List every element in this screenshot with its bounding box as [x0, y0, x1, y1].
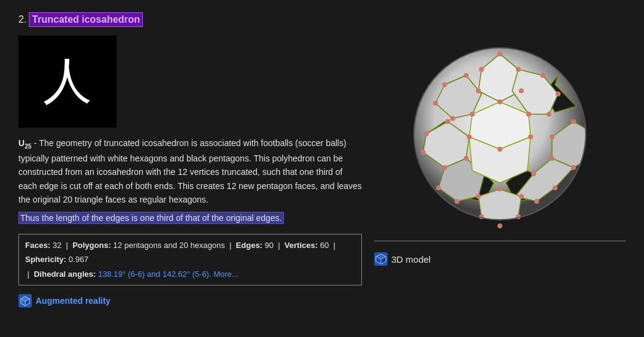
svg-point-53: [436, 185, 441, 190]
svg-point-26: [479, 67, 484, 72]
ar-label: Augmented reality: [36, 296, 110, 306]
svg-point-59: [553, 185, 558, 190]
vertices-label: Vertices:: [285, 241, 318, 250]
svg-point-45: [571, 119, 576, 124]
polyhedron-image: [399, 36, 601, 238]
svg-point-46: [421, 150, 426, 155]
kanji-icon: 人: [43, 48, 92, 115]
svg-point-25: [497, 52, 502, 56]
right-panel: 3D model: [374, 36, 626, 308]
page-title: Truncated icosahedron: [29, 12, 143, 27]
svg-point-47: [442, 165, 447, 170]
svg-point-32: [476, 88, 481, 93]
main-content: 人 U25 - The geometry of truncated icosah…: [18, 36, 626, 308]
polygons-label: Polygons:: [72, 241, 111, 250]
svg-point-36: [470, 112, 475, 117]
model-3d-label: 3D model: [391, 254, 431, 265]
item-number: 2.: [18, 14, 26, 25]
svg-point-43: [528, 134, 533, 139]
sphericity-label: Sphericity:: [25, 255, 66, 264]
svg-point-27: [516, 67, 521, 72]
svg-point-40: [445, 119, 450, 124]
svg-point-56: [497, 187, 502, 192]
u-label: U25: [18, 138, 34, 148]
dihedral-value: 138.19° (6-6) and 142.62° (5-6).: [98, 269, 212, 279]
svg-point-51: [550, 156, 554, 161]
header-row: 2. Truncated icosahedron: [18, 12, 626, 27]
dihedral-label: Dihedral angles:: [34, 269, 96, 279]
edges-label: Edges:: [236, 241, 263, 250]
polygons-value: 12 pentagons and 20 hexagons: [113, 241, 225, 250]
svg-point-57: [519, 194, 524, 199]
svg-point-34: [433, 101, 438, 106]
ar-icon: [18, 294, 32, 308]
vertices-value: 60: [320, 241, 329, 250]
svg-point-39: [424, 131, 429, 136]
edges-value: 90: [265, 241, 274, 250]
description-text: U25 - The geometry of truncated icosahed…: [18, 136, 362, 225]
svg-point-38: [546, 112, 551, 117]
symbol-image: 人: [18, 36, 117, 128]
more-link[interactable]: More...: [213, 269, 238, 279]
sphericity-value: 0.967: [69, 255, 89, 264]
svg-point-30: [540, 73, 545, 78]
svg-point-44: [550, 134, 554, 139]
svg-point-31: [556, 91, 561, 96]
svg-point-48: [464, 156, 469, 161]
svg-point-33: [519, 88, 524, 93]
faces-label: Faces:: [25, 241, 50, 250]
svg-point-29: [464, 73, 469, 78]
svg-point-35: [450, 116, 455, 121]
svg-point-55: [476, 194, 481, 199]
svg-point-52: [571, 165, 576, 170]
stats-box: Faces: 32 | Polygons: 12 pentagons and 2…: [18, 234, 362, 285]
svg-point-50: [531, 171, 536, 176]
model-3d-row[interactable]: 3D model: [374, 252, 626, 266]
svg-point-49: [497, 147, 502, 152]
svg-point-62: [497, 223, 502, 228]
faces-value: 32: [53, 241, 61, 250]
svg-point-28: [442, 82, 447, 87]
ar-row[interactable]: Augmented reality: [18, 294, 362, 308]
model-3d-icon: [374, 252, 388, 266]
svg-point-37: [526, 112, 531, 117]
svg-point-54: [454, 199, 459, 204]
svg-point-42: [497, 99, 502, 104]
left-panel: 人 U25 - The geometry of truncated icosah…: [18, 36, 362, 308]
svg-point-58: [534, 199, 539, 204]
highlight-sentence: Thus the length of the edges is one thir…: [18, 212, 284, 224]
svg-point-41: [467, 134, 472, 139]
